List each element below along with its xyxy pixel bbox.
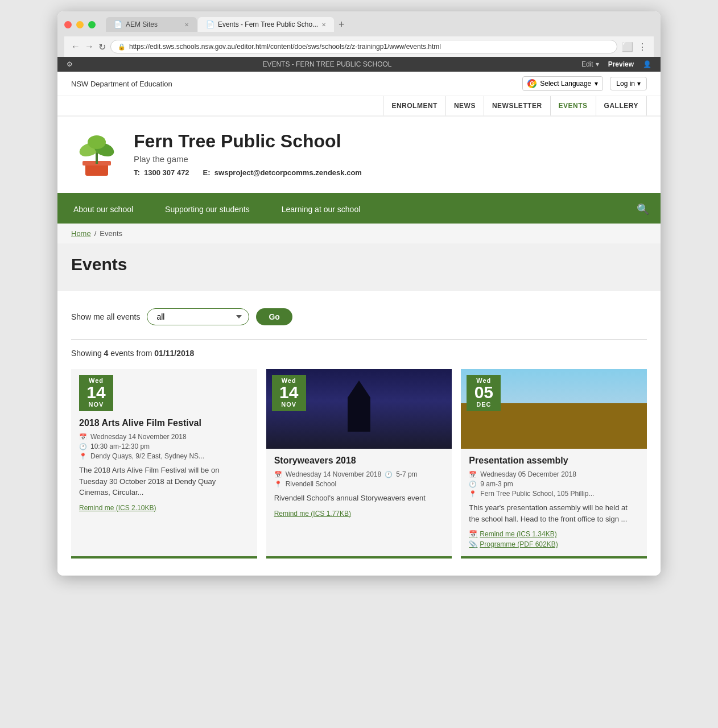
event-time-meta-1: 🕐 10:30 am-12:30 pm [79,442,249,450]
event-title-1: 2018 Arts Alive Film Festival [79,418,249,428]
page-title-section: Events [57,243,661,291]
school-contact: T: 1300 307 472 E: swsproject@detcorpcom… [134,168,362,177]
event-date-full-1: Wednesday 14 November 2018 [90,433,187,441]
address-bar: ← → ↻ 🔒 https://edit.sws.schools.nsw.gov… [64,36,654,57]
browser-tabs: 📄 AEM Sites ✕ 📄 Events - Fern Tree Publi… [106,17,348,32]
event-location-meta-2: 📍 Rivendell School [274,480,444,488]
event-date-meta-1: 📅 Wednesday 14 November 2018 [79,433,249,441]
nav-about[interactable]: About our school [57,197,149,222]
login-button[interactable]: Log in ▾ [610,77,647,90]
page-title: Events [71,255,647,274]
clock-icon: 🕐 [469,481,477,488]
tab-icon: 📄 [206,20,214,28]
minimize-dot[interactable] [76,21,84,28]
remind-label-3: Remind me (ICS 1.34KB) [480,530,556,538]
email-label: E: [203,168,211,177]
remind-link-1[interactable]: Remind me (ICS 2.10KB) [79,504,249,512]
event-location-3: Fern Tree Public School, 105 Phillip... [480,490,594,498]
go-button[interactable]: Go [256,308,292,325]
events-section: Show me all events all upcoming past Go … [57,291,661,576]
school-header: Fern Tree Public School Play the game T:… [57,117,661,195]
forward-button[interactable]: → [85,42,94,52]
remind-link-3[interactable]: 📅 Remind me (ICS 1.34KB) [469,530,639,538]
event-location-1: Dendy Quays, 9/2 East, Sydney NS... [90,452,204,460]
breadcrumb-home[interactable]: Home [71,229,91,238]
nav-gallery[interactable]: GALLERY [596,96,647,115]
url-input[interactable]: 🔒 https://edit.sws.schools.nsw.gov.au/ed… [110,40,617,53]
nav-enrolment[interactable]: ENROLMENT [383,96,446,115]
nav-news[interactable]: NEWS [446,96,484,115]
filter-select[interactable]: all upcoming past [147,308,249,325]
org-name: NSW Department of Education [71,80,172,88]
event-body-3: Presentation assembly 📅 Wednesday 05 Dec… [461,449,647,556]
browser-window: 📄 AEM Sites ✕ 📄 Events - Fern Tree Publi… [57,11,661,576]
event-location-meta-1: 📍 Dendy Quays, 9/2 East, Sydney NS... [79,452,249,460]
nav-learning[interactable]: Learning at our school [266,197,377,222]
calendar-icon: 📅 [274,471,282,478]
close-dot[interactable] [64,21,72,28]
extensions-button[interactable]: ⬜ [622,42,633,52]
new-tab-button[interactable]: + [335,19,348,31]
cms-toolbar: ⚙ EVENTS - FERN TREE PUBLIC SCHOOL Edit … [57,57,661,72]
reload-button[interactable]: ↻ [98,42,106,52]
person-icon: 👤 [643,60,651,68]
event-title-2: Storyweavers 2018 [274,456,444,466]
nav-supporting[interactable]: Supporting our students [149,197,266,222]
phone-number: 1300 307 472 [144,168,189,177]
site-wrapper: NSW Department of Education G Select Lan… [57,72,661,576]
cms-toolbar-title: EVENTS - FERN TREE PUBLIC SCHOOL [73,60,581,68]
tab-label: AEM Sites [126,20,158,28]
toolbar-actions: Edit ▾ Preview 👤 [581,60,651,68]
preview-button[interactable]: Preview [608,60,634,68]
event-body-2: Storyweavers 2018 📅 Wednesday 14 Novembe… [266,449,452,526]
event-time-meta-3: 🕐 9 am-3 pm [469,480,639,488]
filter-row: Show me all events all upcoming past Go [71,308,647,325]
clock-icon: 🕐 [385,471,393,478]
paperclip-icon: 📎 [469,540,477,548]
event-location-meta-3: 📍 Fern Tree Public School, 105 Phillip..… [469,490,639,498]
event-location-2: Rivendell School [286,480,336,488]
date-badge-2: Wed 14 NOV [272,375,306,411]
day-3: 05 [472,384,495,401]
preview-label: Preview [608,60,634,68]
event-desc-3: This year's presentation assembly will b… [469,502,639,524]
tab-icon: 📄 [114,20,122,28]
language-selector[interactable]: G Select Language ▾ [522,76,603,91]
top-navigation: ENROLMENT NEWS NEWSLETTER EVENTS GALLERY [57,96,661,117]
event-card-1: Wed 14 NOV 2018 Arts Alive Film Festival… [71,369,257,559]
calendar-icon: 📅 [469,530,477,538]
divider [71,339,647,340]
menu-button[interactable]: ⋮ [638,42,647,52]
school-tagline: Play the game [134,154,362,164]
clock-icon: 🕐 [79,443,87,450]
login-label: Log in [616,80,635,88]
nav-events[interactable]: EVENTS [551,96,596,115]
remind-link-2[interactable]: Remind me (ICS 1.77KB) [274,510,444,518]
tab-aem-sites[interactable]: 📄 AEM Sites ✕ [106,17,197,32]
pin-icon: 📍 [79,453,87,460]
edit-button[interactable]: Edit ▾ [581,60,599,68]
tab-close-active-btn[interactable]: ✕ [321,22,326,28]
date-badge-1: Wed 14 NOV [79,375,113,411]
breadcrumb-current: Events [100,229,122,238]
day-1: 14 [85,384,108,401]
events-grid: Wed 14 NOV 2018 Arts Alive Film Festival… [71,369,647,559]
calendar-icon: 📅 [469,471,477,478]
event-date-full-3: Wednesday 05 December 2018 [480,470,576,478]
maximize-dot[interactable] [88,21,96,28]
nav-newsletter[interactable]: NEWSLETTER [484,96,551,115]
breadcrumb: Home / Events [57,224,661,243]
main-navigation: About our school Supporting our students… [57,195,661,224]
svg-point-5 [88,135,106,149]
chevron-down-icon: ▾ [596,60,599,68]
back-button[interactable]: ← [71,42,80,52]
tab-events[interactable]: 📄 Events - Fern Tree Public Scho... ✕ [198,17,334,32]
url-text: https://edit.sws.schools.nsw.gov.au/edit… [129,43,441,51]
school-logo [71,128,122,179]
search-icon[interactable]: 🔍 [625,195,661,224]
tab-close-btn[interactable]: ✕ [184,22,189,28]
school-info: Fern Tree Public School Play the game T:… [134,131,362,177]
month-1: NOV [85,401,108,408]
programme-link-3[interactable]: 📎 Programme (PDF 602KB) [469,540,639,548]
event-image-3: Wed 05 DEC [461,369,647,449]
